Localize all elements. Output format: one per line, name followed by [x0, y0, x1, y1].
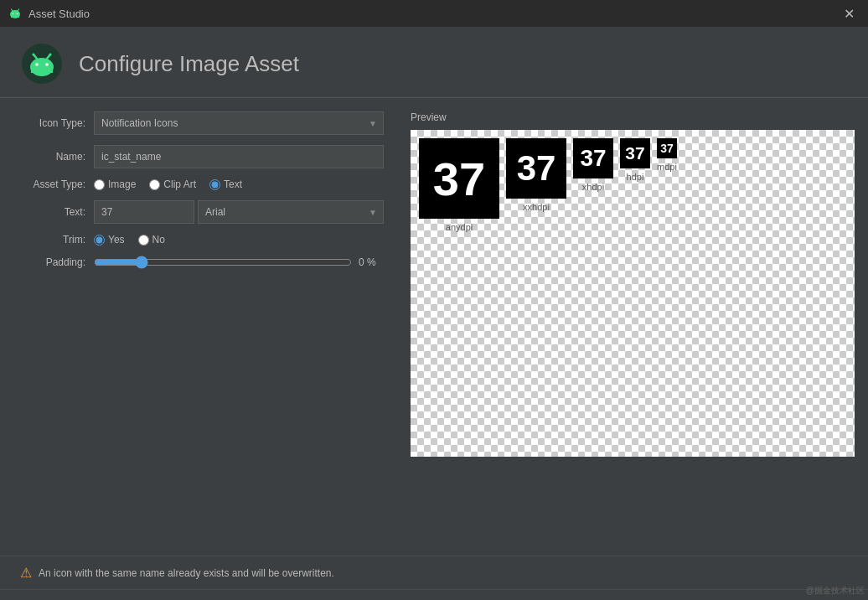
- asset-type-clipart-option[interactable]: Clip Art: [149, 178, 196, 190]
- padding-row: Padding: 0 %: [18, 256, 384, 269]
- svg-rect-1: [11, 13, 19, 18]
- name-input[interactable]: [94, 145, 384, 168]
- text-label: Text:: [18, 206, 94, 218]
- icon-label-anydpi: anydpi: [446, 222, 473, 232]
- asset-type-image-radio[interactable]: [94, 179, 105, 190]
- svg-point-13: [33, 54, 35, 56]
- preview-label: Preview: [411, 111, 855, 123]
- svg-line-5: [18, 9, 19, 11]
- trim-no-radio[interactable]: [138, 235, 149, 246]
- title-bar: Asset Studio ✕: [0, 0, 868, 27]
- trim-yes-option[interactable]: Yes: [94, 234, 125, 246]
- svg-point-3: [17, 13, 18, 15]
- main-content: Icon Type: Notification Icons Launcher I…: [0, 98, 868, 556]
- padding-control: 0 %: [94, 256, 384, 269]
- name-input-wrapper: [94, 145, 384, 168]
- warning-text: An icon with the same name already exist…: [39, 567, 334, 579]
- trim-label: Trim:: [18, 234, 94, 246]
- icon-type-dropdown-wrapper: Notification Icons Launcher Icons Action…: [94, 111, 384, 135]
- text-font-row: Arial Times New Roman Courier New Verdan…: [94, 200, 384, 224]
- asset-type-image-label: Image: [108, 178, 136, 190]
- text-input[interactable]: [94, 200, 194, 224]
- trim-yes-label: Yes: [108, 234, 125, 246]
- icon-box-anydpi: 37: [419, 138, 499, 219]
- name-row: Name:: [18, 145, 384, 168]
- asset-type-text-radio[interactable]: [209, 179, 220, 190]
- padding-label: Padding:: [18, 256, 94, 268]
- svg-point-10: [45, 63, 49, 66]
- svg-point-9: [35, 63, 39, 66]
- form-panel: Icon Type: Notification Icons Launcher I…: [5, 111, 397, 556]
- name-label: Name:: [18, 151, 94, 163]
- icon-preview-xhdpi: 37 xhdpi: [573, 138, 613, 192]
- svg-point-2: [13, 13, 14, 15]
- svg-rect-8: [31, 65, 53, 73]
- asset-type-text-label: Text: [224, 178, 242, 190]
- preview-panel: Preview 37 anydpi 37 xxhdpi 37 xhdpi: [397, 111, 868, 556]
- asset-type-image-option[interactable]: Image: [94, 178, 136, 190]
- footer: ? Previous Next Cancel Finish: [0, 589, 868, 600]
- icon-box-xxhdpi: 37: [506, 138, 566, 199]
- icon-box-xhdpi: 37: [573, 138, 613, 178]
- icon-label-hdpi: hdpi: [627, 172, 644, 182]
- icon-type-dropdown[interactable]: Notification Icons Launcher Icons Action…: [94, 111, 384, 135]
- icon-label-xxhdpi: xxhdpi: [523, 202, 550, 212]
- asset-type-clipart-label: Clip Art: [163, 178, 196, 190]
- font-dropdown-wrapper: Arial Times New Roman Courier New Verdan…: [198, 200, 384, 224]
- font-dropdown[interactable]: Arial Times New Roman Courier New Verdan…: [198, 200, 384, 224]
- header: Configure Image Asset: [0, 27, 868, 98]
- icon-type-row: Icon Type: Notification Icons Launcher I…: [18, 111, 384, 135]
- preview-canvas: 37 anydpi 37 xxhdpi 37 xhdpi 37 hdpi: [411, 130, 855, 457]
- icon-type-label: Icon Type:: [18, 117, 94, 129]
- svg-line-4: [12, 9, 13, 11]
- icon-preview-anydpi: 37 anydpi: [419, 138, 499, 232]
- title-bar-left: Asset Studio: [8, 7, 90, 20]
- close-button[interactable]: ✕: [839, 4, 860, 23]
- svg-point-14: [49, 54, 52, 56]
- icon-label-xhdpi: xhdpi: [582, 182, 604, 192]
- trim-radio-group: Yes No: [94, 234, 165, 246]
- trim-no-label: No: [152, 234, 165, 246]
- page-title: Configure Image Asset: [79, 51, 299, 77]
- asset-type-label: Asset Type:: [18, 178, 94, 190]
- watermark: @掘金技术社区: [806, 585, 865, 597]
- asset-type-radio-group: Image Clip Art Text: [94, 178, 242, 190]
- icon-preview-hdpi: 37 hdpi: [620, 138, 650, 182]
- icon-box-hdpi: 37: [620, 138, 650, 168]
- icon-preview-mdpi: 37 mdpi: [657, 138, 677, 172]
- asset-type-text-option[interactable]: Text: [209, 178, 242, 190]
- warning-bar: ⚠ An icon with the same name already exi…: [0, 556, 868, 589]
- padding-value: 0 %: [359, 256, 384, 268]
- padding-slider[interactable]: [94, 256, 352, 269]
- trim-yes-radio[interactable]: [94, 235, 105, 246]
- icon-previews: 37 anydpi 37 xxhdpi 37 xhdpi 37 hdpi: [411, 130, 855, 232]
- window-title: Asset Studio: [28, 8, 90, 20]
- asset-type-row: Asset Type: Image Clip Art Text: [18, 178, 384, 190]
- icon-label-mdpi: mdpi: [657, 162, 677, 172]
- icon-preview-xxhdpi: 37 xxhdpi: [506, 138, 566, 212]
- trim-row: Trim: Yes No: [18, 234, 384, 246]
- app-icon: [8, 7, 22, 20]
- icon-box-mdpi: 37: [657, 138, 677, 158]
- android-logo: [20, 42, 64, 85]
- asset-type-clipart-radio[interactable]: [149, 179, 160, 190]
- warning-icon: ⚠: [20, 565, 32, 581]
- text-row: Text: Arial Times New Roman Courier New …: [18, 200, 384, 224]
- trim-no-option[interactable]: No: [138, 234, 165, 246]
